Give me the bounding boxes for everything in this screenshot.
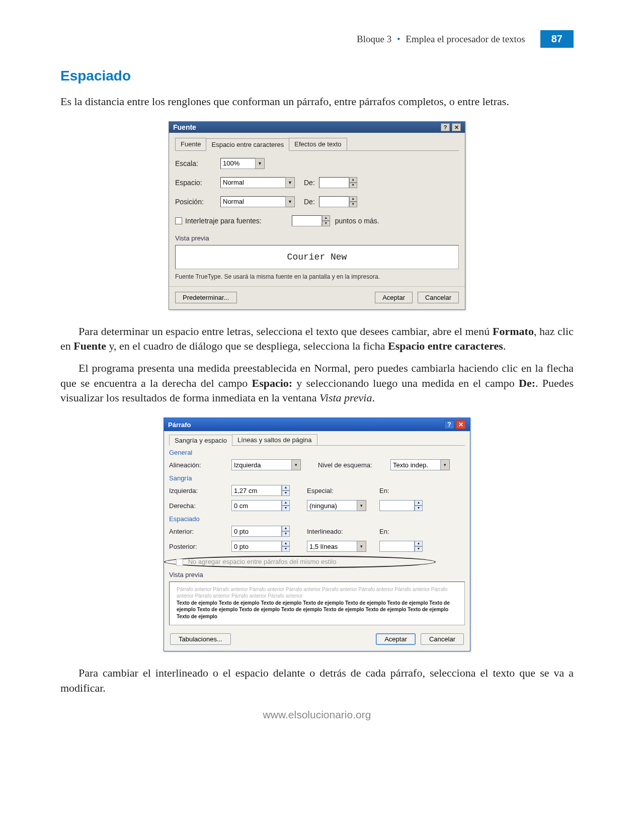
- alineacion-label: Alineación:: [169, 461, 224, 469]
- escala-input[interactable]: [220, 158, 256, 169]
- spin-up-icon[interactable]: ▲: [415, 500, 423, 506]
- espaciado-en-spin[interactable]: ▲▼: [379, 541, 423, 552]
- dialog-tabs: Fuente Espacio entre caracteres Efectos …: [175, 138, 459, 151]
- spin-down-icon[interactable]: ▼: [282, 546, 290, 552]
- preview-box: Courier New: [175, 245, 459, 269]
- help-icon[interactable]: ?: [441, 123, 450, 131]
- posicion-input[interactable]: [220, 196, 286, 207]
- spin-down-icon[interactable]: ▼: [322, 221, 330, 226]
- espaciado-en-input[interactable]: [379, 541, 415, 552]
- posterior-input[interactable]: [231, 541, 282, 552]
- tab-fuente[interactable]: Fuente: [175, 138, 206, 150]
- posterior-spin[interactable]: ▲▼: [231, 541, 290, 552]
- espacio-de-spin[interactable]: ▲ ▼: [319, 177, 357, 188]
- font-hint: Fuente TrueType. Se usará la misma fuent…: [175, 273, 459, 280]
- body-paragraph: Para determinar un espacio entre letras,…: [60, 324, 574, 354]
- spin-up-icon[interactable]: ▲: [282, 485, 290, 490]
- body-paragraph: El programa presenta una medida preestab…: [60, 361, 574, 405]
- escala-combo[interactable]: ▼: [220, 158, 265, 169]
- espacio-combo[interactable]: ▼: [220, 177, 295, 188]
- group-sangria-label: Sangría: [169, 474, 465, 482]
- izquierda-spin[interactable]: ▲▼: [231, 485, 290, 496]
- spin-down-icon[interactable]: ▼: [415, 506, 423, 511]
- chevron-down-icon[interactable]: ▾: [357, 541, 366, 552]
- chevron-down-icon[interactable]: ▾: [441, 459, 450, 470]
- anterior-input[interactable]: [231, 526, 282, 537]
- nivel-combo[interactable]: ▾: [390, 459, 450, 470]
- tab-espacio-caracteres[interactable]: Espacio entre caracteres: [206, 138, 289, 151]
- chevron-down-icon[interactable]: ▾: [292, 459, 301, 470]
- chevron-down-icon[interactable]: ▼: [256, 158, 265, 169]
- tab-efectos-texto[interactable]: Efectos de texto: [289, 138, 347, 150]
- tab-lineas-saltos[interactable]: Líneas y saltos de página: [232, 434, 317, 445]
- espacio-de-input[interactable]: [319, 177, 349, 188]
- help-icon[interactable]: ?: [444, 420, 454, 429]
- close-icon[interactable]: ✕: [452, 123, 461, 131]
- cancelar-button[interactable]: Cancelar: [421, 633, 464, 645]
- posicion-de-spin[interactable]: ▲ ▼: [319, 196, 357, 207]
- spin-up-icon[interactable]: ▲: [282, 500, 290, 506]
- preview-label: Vista previa: [175, 234, 459, 242]
- alineacion-input[interactable]: [231, 459, 292, 470]
- tabulaciones-button[interactable]: Tabulaciones...: [170, 633, 231, 645]
- spin-down-icon[interactable]: ▼: [349, 183, 357, 188]
- spin-up-icon[interactable]: ▲: [282, 541, 290, 546]
- bullet-separator: •: [397, 34, 400, 44]
- dialog-titlebar[interactable]: Párrafo ? ✕: [164, 418, 470, 431]
- en-label: En:: [379, 487, 399, 494]
- spin-up-icon[interactable]: ▲: [415, 541, 423, 546]
- en-input[interactable]: [379, 500, 415, 511]
- especial-label: Especial:: [307, 487, 372, 494]
- aceptar-button[interactable]: Aceptar: [376, 633, 416, 645]
- preview-text: Courier New: [287, 252, 347, 262]
- interletraje-input[interactable]: [292, 215, 322, 226]
- nivel-input[interactable]: [390, 459, 441, 470]
- interletraje-checkbox[interactable]: [175, 217, 182, 224]
- aceptar-button[interactable]: Aceptar: [375, 292, 413, 303]
- chevron-down-icon[interactable]: ▾: [357, 500, 366, 511]
- spin-down-icon[interactable]: ▼: [282, 506, 290, 511]
- spin-up-icon[interactable]: ▲: [322, 215, 330, 221]
- spin-up-icon[interactable]: ▲: [349, 177, 357, 183]
- derecha-input[interactable]: [231, 500, 282, 511]
- page-header: Bloque 3 • Emplea el procesador de texto…: [60, 30, 574, 48]
- interletraje-spin[interactable]: ▲ ▼: [292, 215, 330, 226]
- spin-up-icon[interactable]: ▲: [282, 526, 290, 531]
- izquierda-input[interactable]: [231, 485, 282, 496]
- predeterminar-button[interactable]: Predeterminar...: [175, 292, 237, 303]
- posicion-combo[interactable]: ▼: [220, 196, 295, 207]
- font-dialog: Fuente ? ✕ Fuente Espacio entre caracter…: [169, 121, 465, 310]
- especial-input[interactable]: [307, 500, 357, 511]
- espacio-de-label: De:: [304, 179, 315, 187]
- interlineado-combo[interactable]: ▾: [307, 541, 366, 552]
- interletraje-unit: puntos o más.: [335, 217, 379, 225]
- chevron-down-icon[interactable]: ▼: [286, 196, 295, 207]
- cancelar-button[interactable]: Cancelar: [418, 292, 459, 303]
- group-general-label: General: [169, 449, 465, 456]
- interlineado-input[interactable]: [307, 541, 357, 552]
- derecha-spin[interactable]: ▲▼: [231, 500, 290, 511]
- especial-combo[interactable]: ▾: [307, 500, 366, 511]
- spin-down-icon[interactable]: ▼: [415, 546, 423, 552]
- nivel-label: Nivel de esquema:: [318, 461, 383, 469]
- spin-down-icon[interactable]: ▼: [349, 202, 357, 207]
- section-title: Espaciado: [60, 68, 574, 84]
- close-icon[interactable]: ✕: [456, 420, 466, 429]
- en-spin[interactable]: ▲▼: [379, 500, 423, 511]
- espacio-input[interactable]: [220, 177, 286, 188]
- anterior-spin[interactable]: ▲▼: [231, 526, 290, 537]
- alineacion-combo[interactable]: ▾: [231, 459, 301, 470]
- no-agregar-checkbox[interactable]: [176, 559, 183, 566]
- tab-sangria-espacio[interactable]: Sangría y espacio: [169, 435, 232, 446]
- espacio-label: Espacio:: [175, 179, 220, 187]
- posicion-de-input[interactable]: [319, 196, 349, 207]
- spin-up-icon[interactable]: ▲: [349, 196, 357, 202]
- body-paragraph: Para cambiar el interlineado o el espaci…: [60, 666, 574, 695]
- derecha-label: Derecha:: [169, 502, 224, 510]
- spin-down-icon[interactable]: ▼: [282, 531, 290, 537]
- spin-down-icon[interactable]: ▼: [282, 490, 290, 496]
- interlineado-label: Interlineado:: [307, 528, 372, 535]
- preview-faint-text: Párrafo anterior Párrafo anterior Párraf…: [177, 586, 457, 600]
- chevron-down-icon[interactable]: ▼: [286, 177, 295, 188]
- dialog-titlebar[interactable]: Fuente ? ✕: [169, 122, 465, 133]
